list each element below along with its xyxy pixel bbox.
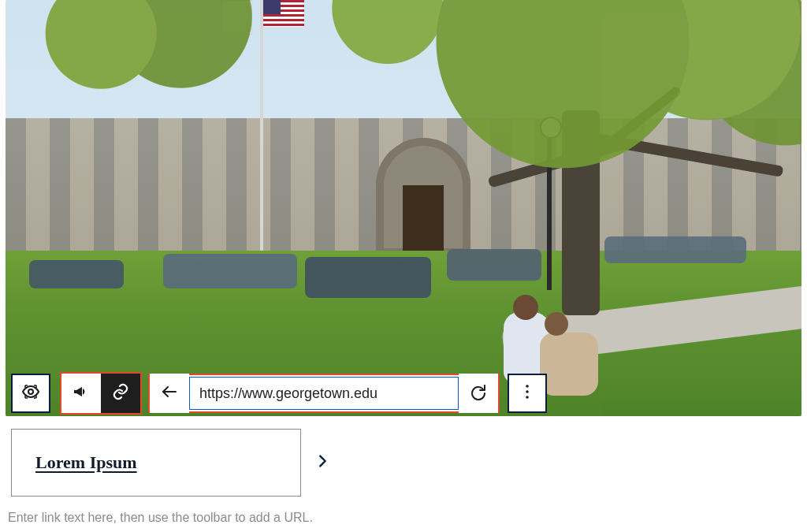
link-text-label: Lorem Ipsum <box>35 452 137 473</box>
url-input[interactable] <box>189 377 459 410</box>
hero-image <box>6 0 801 416</box>
svg-point-4 <box>526 396 529 399</box>
chevron-right-icon <box>312 451 333 471</box>
submit-icon <box>469 382 488 404</box>
arrow-left-icon <box>160 382 179 404</box>
block-toolbar <box>11 374 547 413</box>
helper-text: Enter link text here, then use the toolb… <box>8 511 313 525</box>
more-vertical-icon <box>518 382 537 404</box>
eye-icon <box>21 382 40 404</box>
megaphone-icon <box>72 382 91 404</box>
more-options-button[interactable] <box>508 374 547 413</box>
svg-point-2 <box>526 385 529 388</box>
svg-point-3 <box>526 390 529 393</box>
preview-button[interactable] <box>11 374 50 413</box>
link-icon <box>111 382 130 404</box>
svg-point-0 <box>28 389 33 394</box>
block-type-button[interactable] <box>61 374 101 413</box>
link-text-block[interactable]: Lorem Ipsum <box>11 429 301 497</box>
url-popover <box>148 374 500 413</box>
back-button[interactable] <box>150 374 189 413</box>
submit-url-button[interactable] <box>459 374 498 413</box>
link-button[interactable] <box>101 374 140 413</box>
